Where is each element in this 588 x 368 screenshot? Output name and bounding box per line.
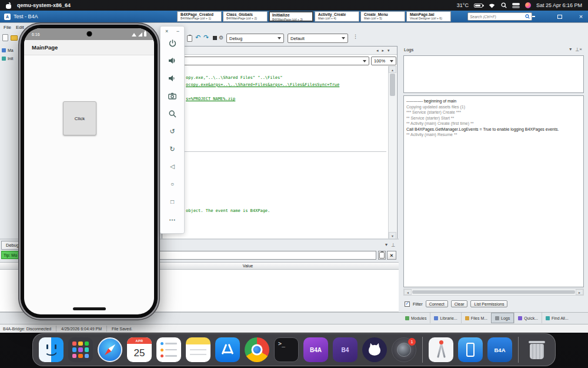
stop-icon[interactable] [213,36,217,40]
logs-upper-box[interactable] [403,55,584,93]
menubar-app-name[interactable]: qemu-system-x86_64 [17,2,71,8]
signal-icon [138,32,142,37]
search-input[interactable] [470,15,525,19]
bottom-tab-quick-search[interactable]: Quick... [514,313,542,323]
compile-settings-icon[interactable]: ⚙ [219,35,223,41]
dock-launchpad-icon[interactable] [68,337,93,362]
emulator-click-button[interactable]: Click [63,101,96,135]
emulator-close-icon[interactable]: × [165,28,168,34]
filter-checkbox[interactable]: ✓ [405,301,410,307]
logs-output-area[interactable]: ------------ beginning of main Copying u… [403,95,584,287]
tab-activity-create[interactable]: Activity_CreateMain (ctrl + 4) [315,11,359,22]
close-panel-icon[interactable]: × [579,47,584,52]
dock-appstore-icon[interactable] [215,337,240,362]
tab-b4xpage-created[interactable]: B4XPage_CreatedB4XMainPage (ctrl + 1) [177,11,222,22]
files-icon [465,316,469,320]
tab-scroll-controls[interactable]: ◂ ▸ ▾ [376,48,390,53]
code-region-separator [163,151,386,152]
toolbar-overflow-icon[interactable]: ⋮ [353,34,358,39]
dock-compass-tool-icon[interactable] [429,337,453,362]
logs-horizontal-scrollbar[interactable]: ◂ ▸ [403,289,584,296]
list-permissions-button[interactable]: List Permissions [470,300,507,307]
build-config-select[interactable]: Debug [226,34,284,43]
undo-icon[interactable]: ↶ [195,34,201,41]
dock-lens-app-icon[interactable]: 1 [392,337,416,362]
dock-finder-icon[interactable] [39,337,64,362]
module-item[interactable]: Init [2,57,13,61]
dock-trash-icon[interactable] [524,337,549,362]
volume-up-icon[interactable] [168,57,176,65]
scroll-left-icon[interactable]: ◂ [404,289,412,295]
dock-bridge-app-icon[interactable] [458,337,483,362]
connect-button[interactable]: Connect [426,300,448,307]
clear-button[interactable]: Clear [451,300,468,307]
back-icon[interactable]: ◁ [170,163,175,171]
bottom-tab-modules[interactable]: Modules [402,313,430,323]
dock-menu-icon[interactable]: ▾ [385,242,389,247]
dock-github-icon[interactable] [362,337,387,362]
dock-b4a-blue-icon[interactable]: B4A [487,337,512,362]
zoom-icon[interactable] [169,110,176,118]
code-link-line[interactable]: s=%PROJECT_NAME%.zip [186,97,235,101]
dock-notes-icon[interactable] [186,337,211,362]
dock-b4a-purple-icon[interactable]: B4A [303,337,328,362]
power-icon[interactable] [169,39,176,47]
rotate-right-icon[interactable]: ↻ [169,145,175,153]
emulator-screen[interactable]: 6:16 MainPage Click [24,28,154,314]
scrollbar-thumb[interactable] [412,290,575,294]
menubar-clock[interactable]: Sat 25 Apr 6:16 PM [536,2,582,8]
scrollbar-thumb[interactable] [390,74,395,96]
spotlight-search-icon[interactable] [501,2,507,8]
run-mode-select[interactable]: Default [288,34,348,43]
tab-initialize[interactable]: InitializeB4XMainPage (ctrl + 3) [269,11,313,22]
more-options-icon[interactable]: ⋯ [169,216,176,224]
logs-panel: Logs ▾⊤× ------------ beginning of main … [402,46,586,312]
dock-calendar-icon[interactable]: APR 25 [127,337,152,362]
editor-vertical-scrollbar[interactable]: ▴ ▾ [388,66,396,239]
recents-icon[interactable]: □ [171,198,174,206]
rotate-left-icon[interactable]: ↺ [169,127,175,135]
pin-icon[interactable]: ⊤ [389,242,395,247]
dock-chrome-icon[interactable] [245,337,269,362]
code-link-line[interactable]: ocopy.exe&args=..\..\Shared+Files&args=.… [186,82,339,87]
dock-reminders-icon[interactable] [156,337,181,362]
dock-safari-icon[interactable] [98,337,122,362]
pin-icon[interactable]: ⊤ [573,47,579,52]
paste-icon[interactable] [187,35,192,42]
home-icon[interactable]: ○ [171,180,174,188]
dock-terminal-icon[interactable] [274,337,299,362]
module-item[interactable]: Ma [2,48,14,52]
scroll-up-icon[interactable]: ▴ [389,66,396,73]
apple-menu-icon[interactable] [6,2,11,9]
scroll-right-icon[interactable]: ▸ [576,289,583,295]
zoom-select[interactable]: 100% [371,57,396,65]
clear-expression-button[interactable]: × [387,251,396,260]
ide-search-box[interactable] [467,12,532,21]
bottom-tab-find-all[interactable]: Find All... [542,313,572,323]
volume-down-icon[interactable] [168,74,176,82]
tab-class-globals[interactable]: Class_GlobalsB4XMainPage (ctrl + 2) [223,11,268,22]
tab-mainpage-bal[interactable]: MainPage.balVisual Designer (ctrl + 6) [406,11,451,22]
redo-icon[interactable]: ↷ [203,34,209,41]
dock-b4x-icon[interactable]: B4 [333,337,358,362]
control-center-icon[interactable] [512,3,520,8]
wifi-icon[interactable] [488,2,496,8]
maximize-button[interactable] [555,12,564,21]
open-project-icon[interactable] [11,35,18,41]
home-indicator[interactable] [73,307,106,310]
battery-icon[interactable] [474,4,483,8]
menu-file[interactable]: File [4,25,11,30]
bottom-tab-logs[interactable]: Logs [491,313,514,323]
paste-expression-button[interactable] [378,251,386,260]
menu-edit[interactable]: Edit [16,25,24,30]
close-button[interactable]: × [576,12,586,21]
bottom-tab-files[interactable]: Files M... [461,313,491,323]
screenshot-camera-icon[interactable] [168,92,176,100]
log-line: ------------ beginning of main [406,98,581,104]
siri-icon[interactable] [525,2,531,8]
tab-create-menu[interactable]: Create_MenuMain (ctrl + 5) [360,11,405,22]
emulator-minimize-icon[interactable]: − [176,28,179,34]
member-select[interactable] [164,57,369,65]
new-file-icon[interactable] [2,34,8,41]
bottom-tab-libraries[interactable]: Librarie... [430,313,460,323]
